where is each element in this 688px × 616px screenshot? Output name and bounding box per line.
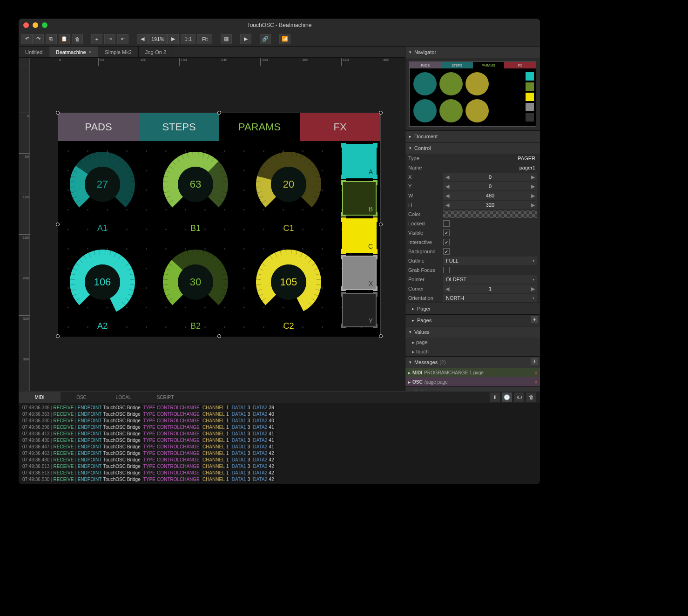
- log-clock-button[interactable]: 🕐: [502, 393, 512, 402]
- minimize-window-button[interactable]: [33, 22, 38, 28]
- outline-select[interactable]: FULL: [443, 257, 537, 265]
- zoom-1to1-button[interactable]: 1:1: [181, 34, 196, 44]
- document-tab[interactable]: Beatmachine×: [49, 47, 98, 57]
- paste-button[interactable]: 📋: [59, 34, 70, 44]
- knob-c1[interactable]: 20 C1: [249, 145, 328, 233]
- control-header[interactable]: Control: [405, 142, 540, 154]
- orientation-label: Orientation: [408, 295, 443, 301]
- background-checkbox[interactable]: ✓: [443, 248, 450, 255]
- zoom-value[interactable]: 191%: [148, 34, 168, 44]
- close-window-button[interactable]: [23, 22, 29, 28]
- document-tab[interactable]: Untitled: [19, 47, 49, 57]
- side-buttons: A B C X Y: [342, 144, 377, 327]
- log-tab-midi[interactable]: MIDI: [19, 392, 61, 403]
- side-button-c[interactable]: C: [342, 218, 377, 253]
- log-line: 07:49:36.513 | RECEIVE | ENDPOINT(TouchO…: [22, 463, 536, 470]
- add-button[interactable]: +: [91, 34, 102, 44]
- canvas-viewport[interactable]: PADSSTEPSPARAMSFX 27 A1 63 B1 20 C1 106 …: [30, 66, 405, 391]
- document-tab[interactable]: Simple Mk2: [98, 47, 138, 57]
- messages-header[interactable]: Messages (2): [405, 357, 540, 368]
- pages-add-button[interactable]: +: [531, 316, 538, 323]
- log-line: 07:49:36.380 | RECEIVE | ENDPOINT(TouchO…: [22, 418, 536, 424]
- document-tab[interactable]: Jog-On 2: [139, 47, 173, 57]
- redo-button[interactable]: ↷: [33, 34, 44, 44]
- undo-button[interactable]: ↶: [21, 34, 33, 44]
- side-button-b[interactable]: B: [342, 181, 377, 216]
- name-field[interactable]: pager1: [443, 165, 537, 170]
- delete-button[interactable]: 🗑: [72, 34, 83, 44]
- knob-a1[interactable]: 27 A1: [63, 145, 142, 233]
- copy-button[interactable]: ⧉: [46, 34, 57, 44]
- script-header[interactable]: Script: [405, 387, 540, 391]
- link-button[interactable]: 🔗: [260, 34, 271, 44]
- tab-close-icon[interactable]: ×: [89, 49, 92, 54]
- log-pause-button[interactable]: ⏸: [490, 393, 500, 402]
- log-tab-local[interactable]: LOCAL: [102, 392, 144, 403]
- corner-field[interactable]: ◀1▶: [443, 284, 537, 293]
- locked-checkbox[interactable]: [443, 220, 450, 227]
- outline-label: Outline: [408, 258, 443, 264]
- log-line: 07:49:36.513 | RECEIVE | ENDPOINT(TouchO…: [22, 470, 536, 476]
- wifi-button[interactable]: 📶: [279, 34, 290, 44]
- traffic-lights: [23, 22, 47, 28]
- message-midi-delete[interactable]: x: [535, 370, 537, 375]
- page-tab-fx[interactable]: FX: [300, 113, 380, 141]
- exit-button[interactable]: ⇤: [117, 34, 128, 44]
- zoom-out-button[interactable]: ◀: [137, 34, 148, 44]
- message-midi[interactable]: ▸ MIDI PROGRAMCHANGE 1 pagex: [405, 368, 540, 377]
- side-button-a[interactable]: A: [342, 144, 377, 178]
- visible-checkbox[interactable]: ✓: [443, 230, 450, 236]
- log-panel: MIDI OSC LOCAL SCRIPT ⏸ 🕐 🏷 🗑 07:49:36.3…: [19, 391, 540, 484]
- log-line: 07:49:36.413 | RECEIVE | ENDPOINT(TouchO…: [22, 431, 536, 437]
- page-tab-pads[interactable]: PADS: [58, 113, 139, 141]
- nav-mini-pads: PADS: [410, 62, 441, 68]
- interactive-checkbox[interactable]: ✓: [443, 239, 450, 245]
- log-content[interactable]: 07:49:36.346 | RECEIVE | ENDPOINT(TouchO…: [19, 403, 540, 484]
- color-swatch[interactable]: [443, 210, 537, 218]
- values-header[interactable]: Values: [405, 326, 540, 338]
- name-label: Name: [408, 165, 443, 170]
- enter-button[interactable]: ⇥: [104, 34, 115, 44]
- value-item-touch[interactable]: ▸ touch: [412, 349, 429, 355]
- log-line: 07:49:36.346 | RECEIVE | ENDPOINT(TouchO…: [22, 405, 536, 411]
- message-osc[interactable]: ▸ OSC /page pagex: [405, 377, 540, 386]
- editor-area: UntitledBeatmachine×Simple Mk2Jog-On 2 0…: [19, 47, 405, 391]
- value-item-page[interactable]: ▸ page: [412, 339, 428, 345]
- navigator-header[interactable]: Navigator: [405, 47, 540, 58]
- ruler-corner: [19, 58, 30, 66]
- navigator-preview[interactable]: PADS STEPS PARAMS FX: [405, 58, 540, 130]
- h-field[interactable]: ◀320▶: [443, 201, 537, 209]
- log-tab-osc[interactable]: OSC: [61, 392, 102, 403]
- knob-c2[interactable]: 105 C2: [249, 243, 328, 331]
- maximize-window-button[interactable]: [42, 22, 47, 28]
- message-osc-delete[interactable]: x: [535, 379, 537, 385]
- page-tab-steps[interactable]: STEPS: [139, 113, 219, 141]
- zoom-fit-button[interactable]: Fit: [197, 34, 212, 44]
- canvas[interactable]: PADSSTEPSPARAMSFX 27 A1 63 B1 20 C1 106 …: [58, 113, 381, 336]
- pager-header[interactable]: Pager: [405, 303, 540, 314]
- grabfocus-checkbox[interactable]: [443, 267, 450, 273]
- nav-mini-steps: STEPS: [441, 62, 473, 68]
- side-button-x[interactable]: X: [342, 256, 377, 290]
- play-button[interactable]: ▶: [240, 34, 251, 44]
- zoom-in-button[interactable]: ▶: [168, 34, 179, 44]
- x-field[interactable]: ◀0▶: [443, 173, 537, 181]
- document-header[interactable]: Document: [405, 131, 540, 142]
- pages-header[interactable]: Pages: [405, 315, 540, 326]
- grid-button[interactable]: ▦: [221, 34, 232, 44]
- app-window: TouchOSC - Beatmachine ↶ ↷ ⧉ 📋 🗑 + ⇥ ⇤ ◀…: [19, 19, 540, 484]
- log-clear-button[interactable]: 🗑: [526, 393, 536, 402]
- orientation-select[interactable]: NORTH: [443, 294, 537, 302]
- log-tab-script[interactable]: SCRIPT: [144, 392, 186, 403]
- nav-mini-params: PARAMS: [473, 62, 505, 68]
- y-field[interactable]: ◀0▶: [443, 182, 537, 190]
- pointer-select[interactable]: OLDEST: [443, 275, 537, 284]
- log-tag-button[interactable]: 🏷: [514, 393, 524, 402]
- side-button-y[interactable]: Y: [342, 293, 377, 327]
- w-field[interactable]: ◀480▶: [443, 191, 537, 200]
- knob-b1[interactable]: 63 B1: [156, 145, 235, 233]
- messages-add-button[interactable]: +: [531, 358, 538, 365]
- knob-b2[interactable]: 30 B2: [156, 243, 235, 331]
- page-tab-params[interactable]: PARAMS: [219, 113, 300, 141]
- knob-a2[interactable]: 106 A2: [63, 243, 142, 331]
